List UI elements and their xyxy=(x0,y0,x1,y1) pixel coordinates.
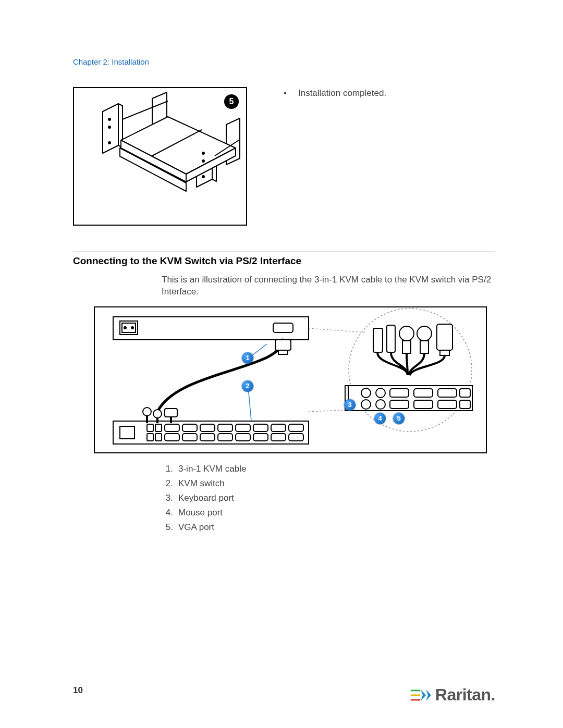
diagram-callout-4: 4 xyxy=(374,413,386,424)
svg-rect-22 xyxy=(289,424,303,431)
svg-rect-16 xyxy=(182,424,197,431)
svg-rect-34 xyxy=(278,350,288,354)
svg-point-45 xyxy=(399,326,414,341)
svg-rect-46 xyxy=(402,341,411,353)
legend-item: 3.Keyboard port xyxy=(162,493,495,503)
top-section: 5 xyxy=(73,87,495,226)
svg-rect-15 xyxy=(165,424,179,431)
svg-point-59 xyxy=(376,400,385,409)
diagram-callout-3: 3 xyxy=(344,399,356,411)
svg-point-47 xyxy=(417,326,432,341)
svg-rect-37 xyxy=(165,409,177,417)
svg-rect-25 xyxy=(165,434,179,441)
svg-rect-21 xyxy=(271,424,286,431)
svg-rect-32 xyxy=(289,434,303,441)
legend-item: 2.KVM switch xyxy=(162,478,495,489)
diagram-callout-5: 5 xyxy=(393,413,405,424)
chapter-header: Chapter 2: Installation xyxy=(73,57,495,66)
kvm-diagram-svg xyxy=(95,307,486,452)
svg-rect-12 xyxy=(120,426,134,439)
installation-completed-text: Installation completed. xyxy=(278,87,386,98)
diagram-callout-1: 1 xyxy=(242,352,253,364)
svg-rect-33 xyxy=(275,340,291,350)
svg-rect-31 xyxy=(271,434,286,441)
svg-point-1 xyxy=(108,126,111,128)
svg-rect-55 xyxy=(414,389,433,397)
svg-rect-27 xyxy=(200,434,215,441)
svg-point-53 xyxy=(376,388,385,398)
svg-rect-61 xyxy=(414,400,433,409)
svg-rect-54 xyxy=(390,389,409,397)
svg-point-10 xyxy=(131,327,133,329)
svg-rect-13 xyxy=(147,424,153,431)
svg-rect-63 xyxy=(460,400,470,409)
svg-rect-23 xyxy=(147,434,153,441)
brand-logo: Raritan. xyxy=(410,685,495,705)
svg-rect-50 xyxy=(440,350,449,355)
svg-point-4 xyxy=(202,160,204,162)
legend-item: 4.Mouse port xyxy=(162,508,495,518)
svg-rect-14 xyxy=(155,424,162,431)
brand-name: Raritan. xyxy=(435,685,495,705)
svg-rect-24 xyxy=(155,434,162,441)
svg-point-5 xyxy=(202,176,204,178)
svg-point-2 xyxy=(108,142,111,144)
svg-point-58 xyxy=(361,400,371,409)
svg-point-36 xyxy=(153,410,162,418)
page-number: 10 xyxy=(73,685,83,696)
raritan-logo-icon xyxy=(410,687,432,703)
legend-item: 5.VGA port xyxy=(162,522,495,533)
svg-point-0 xyxy=(108,118,111,120)
svg-rect-28 xyxy=(218,434,232,441)
svg-point-3 xyxy=(202,152,204,154)
svg-rect-20 xyxy=(253,424,268,431)
diagram-callout-2: 2 xyxy=(242,380,253,392)
svg-point-9 xyxy=(124,327,126,329)
diagram-legend: 1.3-in-1 KVM cable 2.KVM switch 3.Keyboa… xyxy=(162,464,495,533)
svg-rect-57 xyxy=(460,389,470,397)
rack-drawer-illustration xyxy=(74,88,246,225)
section-divider xyxy=(73,252,495,252)
svg-rect-29 xyxy=(236,434,250,441)
svg-rect-17 xyxy=(200,424,215,431)
svg-line-42 xyxy=(309,328,366,332)
svg-rect-62 xyxy=(438,400,457,409)
svg-rect-60 xyxy=(390,400,409,409)
svg-point-52 xyxy=(361,388,371,398)
svg-rect-26 xyxy=(182,434,197,441)
svg-point-35 xyxy=(143,408,151,416)
installation-step-figure: 5 xyxy=(73,87,247,226)
kvm-connection-diagram: 1 2 3 4 5 xyxy=(94,306,487,453)
svg-rect-43 xyxy=(373,328,383,352)
legend-item: 1.3-in-1 KVM cable xyxy=(162,464,495,474)
svg-rect-48 xyxy=(420,341,429,353)
section-heading: Connecting to the KVM Switch via PS/2 In… xyxy=(73,255,495,267)
section-intro-text: This is an illustration of connecting th… xyxy=(162,274,495,298)
svg-rect-56 xyxy=(438,389,457,397)
svg-rect-19 xyxy=(236,424,250,431)
svg-rect-49 xyxy=(437,324,452,350)
svg-rect-30 xyxy=(253,434,268,441)
step-number-badge: 5 xyxy=(224,94,239,109)
svg-rect-44 xyxy=(387,325,395,352)
svg-rect-18 xyxy=(218,424,232,431)
